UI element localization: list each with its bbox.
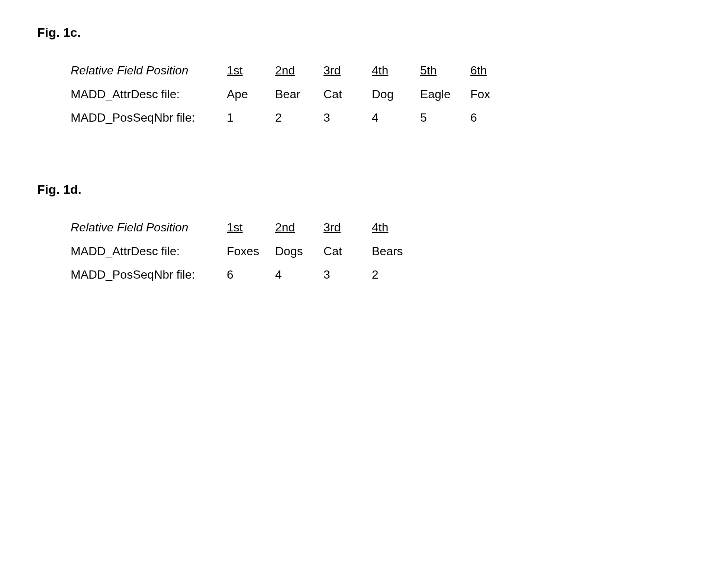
header-cell: 5th xyxy=(420,61,470,80)
row-label: MADD_AttrDesc file: xyxy=(71,85,227,104)
row-label: MADD_PosSeqNbr file: xyxy=(71,265,227,284)
data-cell: Ape xyxy=(227,85,275,104)
data-cell: Bear xyxy=(275,85,323,104)
header-cell: 6th xyxy=(470,61,519,80)
data-cell: Cat xyxy=(323,85,372,104)
data-cell: 6 xyxy=(470,108,519,127)
header-label: Relative Field Position xyxy=(71,218,227,237)
header-row: Relative Field Position 1st 2nd 3rd 4th xyxy=(71,218,691,237)
table-row: MADD_PosSeqNbr file: 6 4 3 2 xyxy=(71,265,691,284)
data-cell: 1 xyxy=(227,108,275,127)
data-cell: Dog xyxy=(372,85,420,104)
header-cell: 3rd xyxy=(323,218,372,237)
header-row: Relative Field Position 1st 2nd 3rd 4th … xyxy=(71,61,691,80)
figure-1d: Fig. 1d. Relative Field Position 1st 2nd… xyxy=(37,179,691,284)
header-cell: 2nd xyxy=(275,218,323,237)
header-cell: 4th xyxy=(372,218,420,237)
data-table: Relative Field Position 1st 2nd 3rd 4th … xyxy=(71,61,691,127)
data-cell: Fox xyxy=(470,85,519,104)
figure-title: Fig. 1d. xyxy=(37,179,691,199)
table-row: MADD_AttrDesc file: Foxes Dogs Cat Bears xyxy=(71,242,691,261)
table-row: MADD_AttrDesc file: Ape Bear Cat Dog Eag… xyxy=(71,85,691,104)
data-cell: 5 xyxy=(420,108,470,127)
header-cell: 1st xyxy=(227,218,275,237)
header-cell: 2nd xyxy=(275,61,323,80)
data-cell: 2 xyxy=(275,108,323,127)
data-table: Relative Field Position 1st 2nd 3rd 4th … xyxy=(71,218,691,284)
data-cell: Dogs xyxy=(275,242,323,261)
header-cell: 3rd xyxy=(323,61,372,80)
data-cell: 6 xyxy=(227,265,275,284)
table-row: MADD_PosSeqNbr file: 1 2 3 4 5 6 xyxy=(71,108,691,127)
data-cell: 4 xyxy=(275,265,323,284)
data-cell: 3 xyxy=(323,108,372,127)
header-cell: 4th xyxy=(372,61,420,80)
data-cell: Cat xyxy=(323,242,372,261)
data-cell: 2 xyxy=(372,265,420,284)
data-cell: 4 xyxy=(372,108,420,127)
header-label: Relative Field Position xyxy=(71,61,227,80)
figure-1c: Fig. 1c. Relative Field Position 1st 2nd… xyxy=(37,22,691,127)
data-cell: Eagle xyxy=(420,85,470,104)
row-label: MADD_AttrDesc file: xyxy=(71,242,227,261)
row-label: MADD_PosSeqNbr file: xyxy=(71,108,227,127)
header-cell: 1st xyxy=(227,61,275,80)
data-cell: Bears xyxy=(372,242,420,261)
data-cell: 3 xyxy=(323,265,372,284)
data-cell: Foxes xyxy=(227,242,275,261)
figure-title: Fig. 1c. xyxy=(37,22,691,42)
